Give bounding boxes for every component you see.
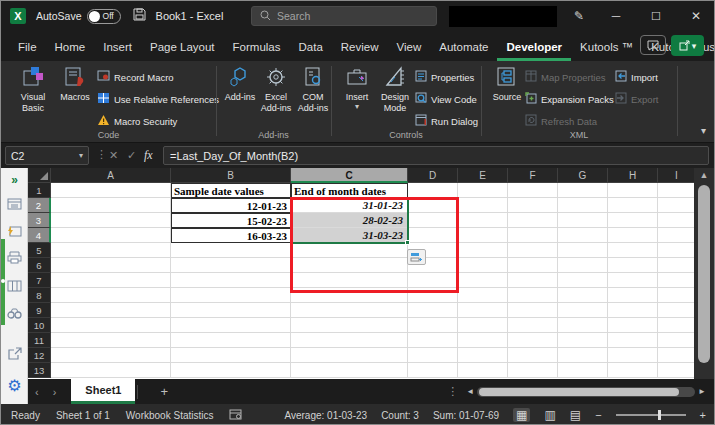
cell-B3[interactable]: 15-02-23 (171, 213, 291, 228)
macros-button[interactable]: Macros (55, 65, 95, 127)
minimize-button[interactable]: ─ (601, 1, 631, 31)
cell-B10[interactable] (171, 318, 291, 333)
cell-C2[interactable]: 31-01-23 (291, 198, 408, 213)
cell-H13[interactable] (608, 363, 658, 378)
cell-F2[interactable] (508, 198, 558, 213)
cell-I13[interactable] (658, 363, 696, 378)
formula-bar-handle[interactable]: ⋮ (96, 148, 107, 161)
row-header-6[interactable]: 6 (28, 258, 51, 273)
cell-D9[interactable] (408, 303, 458, 318)
cell-H9[interactable] (608, 303, 658, 318)
cell-I12[interactable] (658, 348, 696, 363)
cell-G13[interactable] (558, 363, 608, 378)
cell-B11[interactable] (171, 333, 291, 348)
cell-G2[interactable] (558, 198, 608, 213)
cell-E5[interactable] (458, 243, 508, 258)
cell-E9[interactable] (458, 303, 508, 318)
autosave-toggle[interactable]: Off (87, 9, 121, 24)
cell-G9[interactable] (558, 303, 608, 318)
row-header-13[interactable]: 13 (28, 363, 51, 378)
cell-D10[interactable] (408, 318, 458, 333)
cell-A2[interactable] (51, 198, 171, 213)
properties-button[interactable]: Properties (415, 67, 474, 87)
use-relative-references-button[interactable]: Use Relative References (97, 89, 219, 109)
select-all-corner[interactable] (28, 168, 51, 183)
status-count[interactable]: Count: 3 (381, 410, 419, 421)
column-header-A[interactable]: A (51, 168, 171, 183)
cell-C12[interactable] (291, 348, 408, 363)
enter-icon[interactable]: ✓ (127, 149, 136, 162)
cell-G7[interactable] (558, 273, 608, 288)
cell-E4[interactable] (458, 228, 508, 243)
find-binoculars-icon[interactable] (1, 305, 28, 323)
cell-F3[interactable] (508, 213, 558, 228)
printer-icon[interactable] (1, 250, 28, 268)
cell-H7[interactable] (608, 273, 658, 288)
cell-D13[interactable] (408, 363, 458, 378)
vertical-scrollbar[interactable]: ▲ (694, 168, 714, 379)
source-button[interactable]: Source (487, 65, 527, 127)
formula-input[interactable]: =Last_Day_Of_Month(B2) (163, 146, 709, 165)
column-header-H[interactable]: H (608, 168, 658, 183)
row-header-10[interactable]: 10 (28, 318, 51, 333)
status-average[interactable]: Average: 01-03-23 (284, 410, 367, 421)
cell-C9[interactable] (291, 303, 408, 318)
cell-I3[interactable] (658, 213, 696, 228)
cell-G11[interactable] (558, 333, 608, 348)
cell-B8[interactable] (171, 288, 291, 303)
cell-F8[interactable] (508, 288, 558, 303)
column-header-F[interactable]: F (508, 168, 558, 183)
cell-C1[interactable]: End of month dates (291, 183, 408, 198)
tab-automate[interactable]: Automate (430, 41, 497, 61)
row-header-9[interactable]: 9 (28, 303, 51, 318)
cell-D8[interactable] (408, 288, 458, 303)
cell-C13[interactable] (291, 363, 408, 378)
cell-F4[interactable] (508, 228, 558, 243)
page-layout-view-icon[interactable]: ▥ (544, 409, 555, 421)
cell-F10[interactable] (508, 318, 558, 333)
sheet-options-dots-icon[interactable]: ⋮ (447, 385, 458, 398)
cell-B5[interactable] (171, 243, 291, 258)
search-input[interactable]: Search (251, 6, 437, 26)
scroll-right-icon[interactable]: ► (698, 387, 706, 396)
pen-icon[interactable]: ✎ (564, 1, 594, 31)
cell-G10[interactable] (558, 318, 608, 333)
cell-C10[interactable] (291, 318, 408, 333)
view-code-button[interactable]: View Code (415, 89, 477, 109)
expansion-packs-button[interactable]: Expansion Packs (525, 89, 614, 109)
row-header-11[interactable]: 11 (28, 333, 51, 348)
cell-I5[interactable] (658, 243, 696, 258)
cell-E1[interactable] (458, 183, 508, 198)
column-header-E[interactable]: E (458, 168, 508, 183)
cell-E7[interactable] (458, 273, 508, 288)
run-dialog-button[interactable]: Run Dialog (415, 111, 478, 131)
vertical-scroll-thumb[interactable] (698, 185, 710, 363)
cell-C8[interactable] (291, 288, 408, 303)
row-header-12[interactable]: 12 (28, 348, 51, 363)
tab-developer[interactable]: Developer (497, 41, 571, 61)
cell-A8[interactable] (51, 288, 171, 303)
cell-C6[interactable] (291, 258, 408, 273)
cell-E11[interactable] (458, 333, 508, 348)
close-button[interactable]: ✕ (681, 1, 711, 31)
scroll-left-icon[interactable]: ◄ (466, 387, 474, 396)
cell-D1[interactable] (408, 183, 458, 198)
column-header-G[interactable]: G (558, 168, 608, 183)
cell-E12[interactable] (458, 348, 508, 363)
cell-G1[interactable] (558, 183, 608, 198)
cell-E8[interactable] (458, 288, 508, 303)
share-export-icon[interactable] (1, 346, 28, 364)
cell-G12[interactable] (558, 348, 608, 363)
tab-view[interactable]: View (388, 41, 431, 61)
cell-A9[interactable] (51, 303, 171, 318)
cell-I4[interactable] (658, 228, 696, 243)
cell-G4[interactable] (558, 228, 608, 243)
cell-B1[interactable]: Sample date values (171, 183, 291, 198)
cell-D3[interactable] (408, 213, 458, 228)
expand-pane-icon[interactable]: » (1, 173, 28, 187)
cell-A10[interactable] (51, 318, 171, 333)
cell-F7[interactable] (508, 273, 558, 288)
cell-C11[interactable] (291, 333, 408, 348)
design-mode-button[interactable]: Design Mode (375, 65, 415, 127)
normal-view-icon[interactable]: ▦ (513, 408, 530, 422)
